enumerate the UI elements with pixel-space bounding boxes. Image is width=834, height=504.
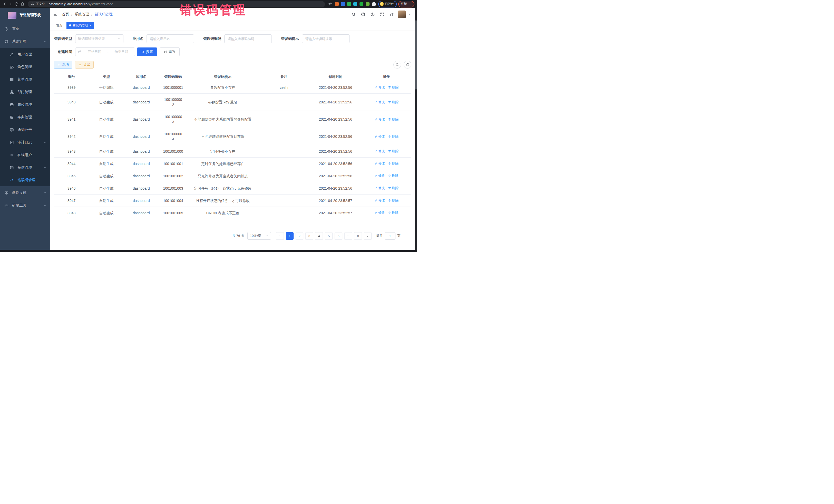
extension-orange-icon[interactable] — [335, 2, 339, 6]
refresh-table-button[interactable] — [404, 61, 411, 68]
edit-link[interactable]: 修改 — [374, 185, 385, 191]
delete-link[interactable]: 删除 — [388, 161, 398, 166]
breadcrumb-item[interactable]: 首页 — [62, 12, 69, 17]
date-range-picker[interactable]: 开始日期 - 结束日期 — [75, 47, 135, 56]
profile-paused-badge[interactable]: 已暂停 — [378, 1, 397, 7]
app-name-group: 应用名 — [133, 35, 194, 43]
extension-green-circle-icon[interactable] — [347, 2, 351, 6]
sidebar-subitem-用户管理[interactable]: 用户管理 — [0, 48, 50, 61]
sidebar-item-系统管理[interactable]: 系统管理 — [0, 35, 50, 48]
sidebar-item-首页[interactable]: 首页 — [0, 22, 50, 35]
add-button[interactable]: 新增 — [53, 61, 72, 68]
page-button-5[interactable]: 5 — [325, 232, 333, 240]
sidebar-subitem-在线用户[interactable]: 在线用户 — [0, 149, 50, 161]
delete-link[interactable]: 删除 — [388, 198, 398, 203]
home-icon[interactable] — [20, 2, 25, 6]
browser-menu-icon[interactable] — [409, 2, 412, 6]
refresh-icon — [406, 63, 409, 66]
extension-blue-gem-icon[interactable] — [341, 2, 345, 6]
more-pages-button[interactable] — [344, 232, 352, 240]
sms-check-icon — [10, 166, 14, 170]
github-icon[interactable] — [361, 12, 366, 17]
page-button-4[interactable]: 4 — [315, 232, 323, 240]
sidebar-item-基础设施[interactable]: 基础设施 — [0, 186, 50, 199]
delete-link[interactable]: 删除 — [388, 149, 398, 154]
search-icon[interactable] — [351, 12, 356, 17]
sidebar-item-label: 部门管理 — [18, 90, 32, 94]
error-code-group: 错误码编码 — [203, 35, 272, 43]
page-button-3[interactable]: 3 — [305, 232, 313, 240]
sidebar-subitem-通知公告[interactable]: 通知公告 — [0, 124, 50, 136]
user-menu-caret-icon[interactable] — [408, 13, 411, 16]
page-button-8[interactable]: 8 — [354, 232, 362, 240]
page-button-1[interactable]: 1 — [286, 232, 293, 240]
sidebar-subitem-岗位管理[interactable]: 岗位管理 — [0, 98, 50, 111]
delete-link[interactable]: 删除 — [388, 210, 398, 215]
error-type-select[interactable]: 请选择错误码类型 — [75, 35, 124, 43]
delete-link[interactable]: 删除 — [388, 117, 398, 122]
extension-switch-on-icon[interactable] — [359, 2, 364, 6]
reload-icon[interactable] — [14, 2, 19, 6]
sidebar-subitem-审计日志[interactable]: 审计日志 — [0, 136, 50, 149]
export-button[interactable]: 导出 — [75, 61, 94, 68]
cell-id: 3946 — [53, 182, 89, 195]
user-avatar[interactable] — [398, 10, 406, 18]
delete-link[interactable]: 删除 — [388, 185, 398, 191]
breadcrumb-item[interactable]: 系统管理 — [75, 12, 89, 17]
delete-link[interactable]: 删除 — [388, 173, 398, 178]
reset-button[interactable]: 重置 — [160, 47, 180, 56]
delete-link[interactable]: 删除 — [388, 134, 398, 139]
extension-dark-cyan-icon[interactable] — [353, 2, 357, 6]
delete-link[interactable]: 删除 — [388, 85, 398, 90]
sidebar-subitem-短信管理[interactable]: 短信管理 — [0, 161, 50, 174]
back-icon[interactable] — [3, 2, 7, 6]
edit-link[interactable]: 修改 — [374, 161, 385, 166]
font-size-icon[interactable] — [389, 12, 394, 17]
edit-link[interactable]: 修改 — [374, 173, 385, 178]
help-icon[interactable] — [370, 12, 375, 17]
fullscreen-icon[interactable] — [380, 12, 385, 17]
tab-首页[interactable]: 首页 — [53, 22, 65, 29]
edit-link[interactable]: 修改 — [374, 85, 385, 90]
forward-icon[interactable] — [8, 2, 13, 6]
chevron-right-icon — [366, 234, 369, 237]
tag-close-icon[interactable]: × — [90, 24, 91, 27]
error-msg-input[interactable] — [302, 35, 350, 43]
goto-page-input[interactable] — [385, 232, 395, 240]
table-row: 3942自动生成dashboard100100000 4不允许获取敏感配置到前端… — [53, 128, 411, 145]
delete-link[interactable]: 删除 — [388, 100, 398, 105]
sidebar-subitem-角色管理[interactable]: 角色管理 — [0, 61, 50, 73]
extension-puzzle-icon[interactable] — [372, 2, 376, 6]
error-code-input[interactable] — [224, 35, 272, 43]
scrollbar-thumb[interactable] — [415, 20, 417, 90]
bookmark-star-icon[interactable] — [328, 2, 332, 6]
edit-link[interactable]: 修改 — [374, 210, 385, 215]
tab-错误码管理[interactable]: 错误码管理× — [66, 22, 94, 29]
address-bar[interactable]: 不安全 dashboard.yudao.iocoder.cn/system/er… — [28, 1, 325, 7]
sidebar-submenu: 用户管理角色管理菜单管理部门管理岗位管理字典管理通知公告审计日志在线用户短信管理… — [0, 48, 50, 186]
app-name-input[interactable] — [147, 35, 194, 43]
page-scrollbar[interactable] — [415, 8, 417, 252]
edit-link[interactable]: 修改 — [374, 100, 385, 105]
page-button-6[interactable]: 6 — [335, 232, 342, 240]
page-button-2[interactable]: 2 — [295, 232, 303, 240]
sidebar-subitem-菜单管理[interactable]: 菜单管理 — [0, 73, 50, 86]
sidebar-subitem-字典管理[interactable]: 字典管理 — [0, 111, 50, 124]
edit-link[interactable]: 修改 — [374, 117, 385, 122]
edit-link[interactable]: 修改 — [374, 198, 385, 203]
cell-code: 100100000 4 — [159, 128, 187, 145]
sidebar-subitem-部门管理[interactable]: 部门管理 — [0, 86, 50, 98]
page-size-select[interactable]: 10条/页 — [247, 232, 271, 240]
extension-key-icon[interactable] — [366, 2, 370, 6]
update-button[interactable]: 更新 — [398, 1, 414, 7]
edit-link[interactable]: 修改 — [374, 149, 385, 154]
edit-link[interactable]: 修改 — [374, 134, 385, 139]
sidebar-subitem-错误码管理[interactable]: 错误码管理 — [0, 174, 50, 186]
sidebar-logo-row[interactable]: 芋道管理系统 — [0, 8, 50, 22]
toggle-search-button[interactable] — [393, 61, 401, 68]
hamburger-icon[interactable] — [53, 12, 58, 17]
prev-page-button[interactable] — [276, 232, 284, 240]
next-page-button[interactable] — [364, 232, 372, 240]
search-button[interactable]: 搜索 — [137, 47, 157, 56]
sidebar-item-研发工具[interactable]: 研发工具 — [0, 199, 50, 212]
